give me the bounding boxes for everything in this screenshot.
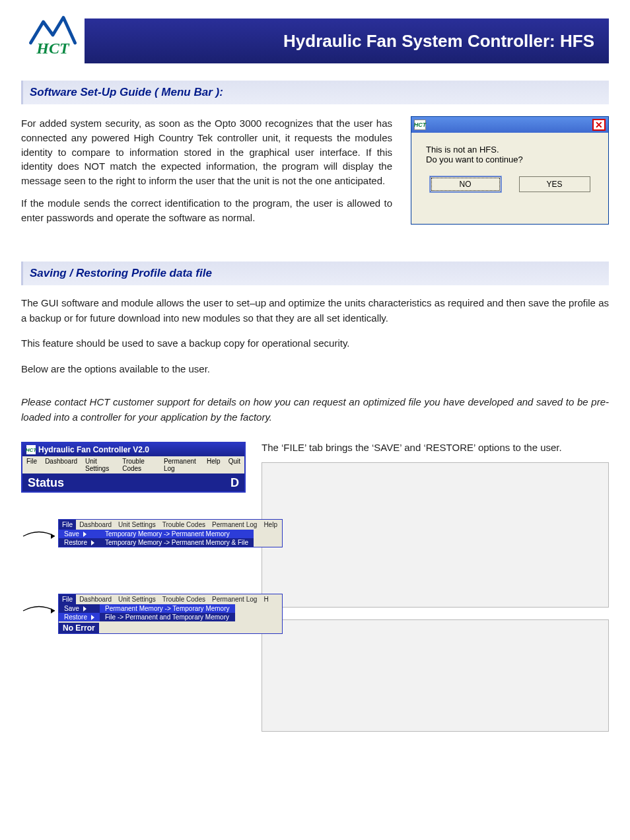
dialog-app-icon: HCT [414, 120, 426, 130]
save-temp-to-perm[interactable]: Temporary Memory -> Permanent Memory [100, 530, 254, 538]
logo-text: HCT [36, 40, 70, 57]
save-temp-to-perm-and-file[interactable]: Temporary Memory -> Permanent Memory & F… [100, 538, 254, 547]
paragraph-6: Please contact HCT customer support for … [21, 395, 609, 425]
dialog-text-line2: Do you want to continue? [426, 155, 594, 164]
no-button[interactable]: NO [430, 176, 501, 192]
page-banner: HCT Hydraulic Fan System Controller: HFS [21, 18, 609, 63]
menu-unit-settings[interactable]: Unit Settings [115, 594, 159, 604]
app-icon: HCT [26, 445, 36, 454]
dialog-text-line1: This is not an HFS. [426, 145, 594, 155]
menu-trouble-codes[interactable]: Trouble Codes [159, 520, 209, 530]
not-hfs-dialog: HCT ✕ This is not an HFS. Do you want to… [411, 116, 609, 225]
chevron-right-icon [91, 540, 94, 545]
paragraph-1: For added system security, as soon as th… [21, 116, 392, 188]
close-icon[interactable]: ✕ [592, 119, 606, 131]
menu-dashboard[interactable]: Dashboard [76, 520, 115, 530]
menu-quit[interactable]: Quit [225, 456, 244, 473]
menu-permanent-log[interactable]: Permanent Log [209, 594, 260, 604]
banner-title: Hydraulic Fan System Controller: HFS [85, 31, 609, 52]
placeholder-box-2 [262, 619, 609, 732]
status-label: Status [28, 476, 64, 490]
section-heading-2: Saving / Restoring Profile data file [21, 262, 609, 285]
yes-button[interactable]: YES [519, 176, 590, 192]
restore-file-to-perm-and-temp[interactable]: File -> Permanent and Temporary Memory [100, 613, 234, 621]
paragraph-2: If the module sends the correct identifi… [21, 196, 392, 225]
section-heading-1: Software Set-Up Guide ( Menu Bar ): [21, 81, 609, 104]
menu-file[interactable]: File [59, 520, 76, 530]
chevron-right-icon [83, 606, 87, 612]
placeholder-box-1 [262, 462, 609, 608]
menu-file[interactable]: File [22, 456, 41, 473]
file-restore-submenu: File Dashboard Unit Settings Trouble Cod… [58, 594, 283, 634]
hct-logo: HCT [21, 1, 85, 64]
file-tab-caption: The ‘FILE’ tab brings the ‘SAVE’ and ‘RE… [262, 442, 609, 453]
menu-help[interactable]: H [260, 594, 271, 604]
svg-marker-1 [51, 608, 55, 613]
file-save-submenu: File Dashboard Unit Settings Trouble Cod… [58, 519, 283, 547]
file-restore-item[interactable]: Restore [59, 538, 100, 547]
menu-file[interactable]: File [59, 594, 76, 604]
status-right: D [230, 476, 239, 490]
menu-dashboard[interactable]: Dashboard [41, 456, 81, 473]
file-restore-item[interactable]: Restore [59, 613, 100, 621]
menu-permanent-log[interactable]: Permanent Log [209, 520, 260, 530]
menu-unit-settings[interactable]: Unit Settings [115, 520, 159, 530]
app-menubar: File Dashboard Unit Settings Trouble Cod… [22, 456, 244, 473]
file-save-item[interactable]: Save [59, 530, 100, 538]
paragraph-5: Below are the options available to the u… [21, 362, 609, 377]
menu-trouble-codes[interactable]: Trouble Codes [118, 456, 160, 473]
callout-arrow-icon [22, 526, 59, 547]
callout-arrow-icon [22, 601, 59, 622]
app-window: HCT Hydraulic Fan Controller V2.0 File D… [21, 442, 246, 493]
menu-help[interactable]: Help [203, 456, 225, 473]
file-save-item[interactable]: Save [59, 604, 100, 613]
menu-trouble-codes[interactable]: Trouble Codes [159, 594, 209, 604]
menu-dashboard[interactable]: Dashboard [76, 594, 115, 604]
svg-marker-0 [51, 534, 55, 539]
no-error-label: No Error [59, 623, 99, 633]
restore-perm-to-temp[interactable]: Permanent Memory -> Temporary Memory [100, 604, 234, 613]
paragraph-3: The GUI software and module allows the u… [21, 296, 609, 326]
chevron-right-icon [83, 532, 87, 537]
menu-permanent-log[interactable]: Permanent Log [160, 456, 203, 473]
menu-help[interactable]: Help [260, 520, 281, 530]
paragraph-4: This feature should be used to save a ba… [21, 336, 609, 351]
menu-unit-settings[interactable]: Unit Settings [81, 456, 118, 473]
app-title: Hydraulic Fan Controller V2.0 [38, 445, 149, 454]
chevron-right-icon [91, 615, 94, 620]
